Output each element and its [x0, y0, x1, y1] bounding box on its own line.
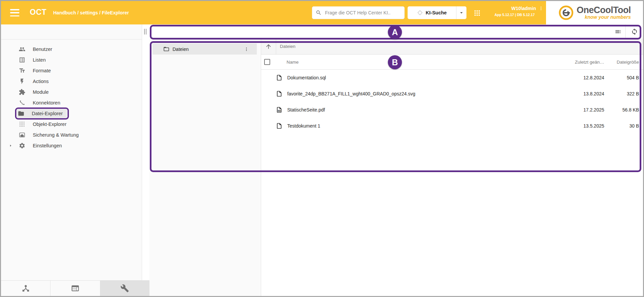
tree-item-label: Dateien: [173, 47, 189, 52]
sidebar-nav: BenutzerListenFormateActionsModuleKonnek…: [1, 44, 142, 151]
sidebar-tab-tools[interactable]: [100, 281, 149, 296]
sidebar-item-sicherung-wartung[interactable]: Sicherung & Wartung: [1, 130, 142, 140]
folder-tree-panel: Dateien: [149, 39, 261, 296]
sidebar-divider: [1, 39, 142, 40]
sidebar-item-label: Actions: [33, 79, 49, 84]
menu-icon[interactable]: [10, 9, 19, 16]
file-modified: 13.5.2025: [564, 123, 604, 129]
sidebar-item-einstellungen[interactable]: Einstellungen: [1, 140, 142, 151]
hub-icon: [21, 284, 30, 293]
search-input[interactable]: [324, 10, 401, 16]
file-modified: 17.2.2025: [564, 107, 604, 113]
sidebar-item-konnektoren[interactable]: Konnektoren: [1, 97, 142, 108]
file-name: favorite_24dp_BB271A_FILL1_wght400_GRAD0…: [287, 91, 564, 96]
list-icon: [19, 57, 25, 63]
app-window: OCT Handbuch / settings / FileExplorer K…: [0, 0, 644, 297]
annotation-highlight: Datei-Explorer: [15, 107, 69, 120]
help-search-box[interactable]: [312, 6, 405, 19]
sidebar-item-label: Listen: [33, 57, 46, 63]
folder-icon: [18, 110, 24, 117]
splitter-handle[interactable]: [144, 29, 146, 34]
file-size: 56.8 KB: [604, 107, 639, 113]
arrow-up-icon: [265, 43, 272, 50]
sidebar-tab-hierarchy[interactable]: [1, 281, 50, 296]
puzzle-icon: [19, 89, 25, 95]
sidebar-item-label: Objekt-Explorer: [33, 122, 67, 127]
sidebar-item-module[interactable]: Module: [1, 87, 142, 97]
sidebar-item-label: Benutzer: [33, 47, 52, 52]
sidebar-item-label: Sicherung & Wartung: [33, 132, 79, 138]
svg-text:PDF: PDF: [278, 110, 281, 112]
navigate-up-button[interactable]: [261, 39, 276, 55]
pdf-file-icon: PDF: [276, 106, 283, 113]
app-logo-text: OCT: [30, 8, 46, 17]
app-header: OCT Handbuch / settings / FileExplorer K…: [1, 1, 643, 24]
backup-icon: [19, 132, 25, 138]
object-grid-icon: [19, 121, 25, 128]
chevron-down-icon: [458, 10, 464, 16]
sidebar-item-objekt-explorer[interactable]: Objekt-Explorer: [1, 119, 142, 130]
search-icon: [316, 10, 322, 16]
file-row-statischeseite-pdf[interactable]: PDFStatischeSeite.pdf17.2.202556.8 KB: [261, 102, 643, 118]
sidebar-item-label: Datei-Explorer: [32, 111, 63, 116]
gear-icon: [19, 142, 25, 149]
refresh-icon[interactable]: [626, 24, 643, 39]
file-icon: [276, 90, 283, 97]
sparkle-icon: [417, 10, 423, 16]
ki-search-label: KI-Suche: [426, 10, 447, 15]
file-row-testdokument-1[interactable]: Testdokument 113.5.202530 B: [261, 118, 643, 134]
tree-item-menu-icon[interactable]: [244, 46, 249, 52]
wrench-icon: [120, 284, 129, 293]
column-header-size[interactable]: Dateigröße: [604, 60, 639, 65]
column-header-name[interactable]: Name: [287, 60, 564, 65]
file-table-header: Name Zuletzt geän… Dateigröße: [261, 55, 643, 70]
column-header-modified[interactable]: Zuletzt geän…: [564, 60, 604, 65]
file-list-panel: Dateien Name Zuletzt geän… Dateigröße Do…: [261, 39, 643, 296]
sidebar-item-listen[interactable]: Listen: [1, 55, 142, 65]
sidebar-item-datei-explorer[interactable]: Datei-Explorer: [1, 108, 142, 119]
onecooltool-logo-icon: [558, 5, 574, 20]
file-name: Testdokument 1: [287, 123, 564, 129]
expand-arrow-icon[interactable]: [9, 144, 12, 147]
ki-search-button[interactable]: KI-Suche: [408, 6, 466, 19]
apps-grid-icon[interactable]: [473, 9, 481, 17]
file-size: 30 B: [604, 123, 639, 129]
logo-tagline: know your numbers: [577, 14, 631, 20]
file-size: 504 B: [604, 75, 639, 80]
select-all-checkbox[interactable]: [264, 59, 270, 65]
logo-title: OneCoolTool: [577, 6, 631, 14]
sidebar-tab-layout[interactable]: [50, 281, 100, 296]
file-row-favorite-24dp-bb271a-fill1-wght400-grad0-opsz24-svg[interactable]: favorite_24dp_BB271A_FILL1_wght400_GRAD0…: [261, 86, 643, 102]
sidebar-item-actions[interactable]: Actions: [1, 76, 142, 87]
sidebar: BenutzerListenFormateActionsModuleKonnek…: [1, 24, 149, 296]
breadcrumb: Handbuch / settings / FileExplorer: [53, 10, 129, 15]
company-logo: OneCoolTool know your numbers: [546, 1, 643, 24]
sidebar-item-label: Einstellungen: [33, 143, 62, 148]
file-icon: [276, 74, 283, 81]
sidebar-bottom-tabs: [1, 280, 149, 296]
sidebar-border: [142, 24, 142, 280]
tree-item-dateien[interactable]: Dateien: [152, 44, 257, 55]
file-modified: 12.8.2024: [564, 75, 604, 80]
file-name: Dokumentation.sql: [287, 75, 564, 80]
username: W10\admin: [511, 6, 536, 11]
sidebar-item-benutzer[interactable]: Benutzer: [1, 44, 142, 55]
user-info: W10\admin App 5.12.17 | DB 5.12.17: [483, 5, 543, 17]
file-icon: [276, 123, 283, 129]
text-format-icon: [19, 67, 25, 74]
file-row-dokumentation-sql[interactable]: Dokumentation.sql12.8.2024504 B: [261, 70, 643, 86]
file-rows: Dokumentation.sql12.8.2024504 Bfavorite_…: [261, 70, 643, 134]
ki-search-dropdown-button[interactable]: [456, 10, 466, 16]
file-modified: 13.8.2024: [564, 91, 604, 96]
sidebar-item-formate[interactable]: Formate: [1, 65, 142, 76]
current-folder-label: Dateien: [280, 44, 296, 49]
toc-icon[interactable]: [611, 24, 625, 39]
connector-icon: [19, 99, 25, 106]
selected-item-pill: Datei-Explorer: [17, 109, 67, 118]
layout-icon: [71, 284, 80, 293]
path-bar: Dateien: [261, 39, 643, 55]
users-icon: [19, 46, 25, 53]
version-text: App 5.12.17 | DB 5.12.17: [483, 13, 543, 17]
folder-outline-icon: [163, 46, 170, 52]
user-menu-icon[interactable]: [539, 5, 543, 11]
